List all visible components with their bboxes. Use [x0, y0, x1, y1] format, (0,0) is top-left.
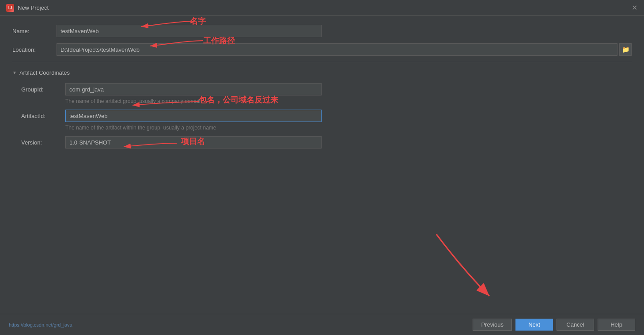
divider-1	[12, 62, 632, 62]
name-input[interactable]	[57, 25, 322, 37]
groupid-row: GroupId:	[21, 83, 632, 95]
annotations-overlay: 名字 工作路径 包名，公司域名反过来	[0, 16, 644, 314]
location-input[interactable]	[57, 43, 617, 56]
name-label: Name:	[12, 28, 57, 34]
groupid-label: GroupId:	[21, 86, 65, 93]
groupid-input[interactable]	[65, 83, 322, 95]
artifactid-input[interactable]	[65, 110, 322, 122]
previous-button[interactable]: Previous	[473, 319, 512, 331]
folder-button[interactable]: 📁	[619, 43, 632, 56]
version-input[interactable]	[65, 136, 322, 148]
dialog-title: New Project	[18, 4, 49, 11]
location-input-group: 📁	[57, 43, 632, 56]
next-button[interactable]: Next	[515, 319, 553, 331]
dialog-content: Name: Location: 📁 ▼ Artifact Coordinates…	[0, 16, 644, 314]
artifactid-row: ArtifactId:	[21, 110, 632, 122]
help-button[interactable]: Help	[598, 319, 635, 331]
artifactid-label: ArtifactId:	[21, 113, 65, 119]
location-label: Location:	[12, 46, 57, 53]
title-bar: IJ New Project ✕	[0, 0, 644, 16]
app-icon: IJ	[6, 4, 14, 12]
dialog-footer: https://blog.csdn.net/grd_java Previous …	[0, 314, 644, 335]
artifactid-hint: The name of the artifact within the grou…	[65, 125, 632, 131]
groupid-hint: The name of the artifact group, usually …	[65, 98, 632, 104]
new-project-dialog: IJ New Project ✕ Name: Location: 📁 ▼ Art…	[0, 0, 644, 335]
title-bar-left: IJ New Project	[6, 4, 49, 12]
version-label: Version:	[21, 139, 65, 146]
close-button[interactable]: ✕	[631, 4, 638, 11]
cancel-button[interactable]: Cancel	[557, 319, 594, 331]
location-row: Location: 📁	[12, 43, 632, 56]
collapse-triangle[interactable]: ▼	[12, 70, 17, 75]
next-arrow-svg	[423, 225, 511, 305]
version-row: Version:	[21, 136, 632, 148]
name-row: Name:	[12, 25, 632, 37]
section-title: Artifact Coordinates	[19, 69, 70, 76]
artifact-section-header: ▼ Artifact Coordinates	[12, 69, 632, 76]
footer-link: https://blog.csdn.net/grd_java	[9, 322, 469, 327]
